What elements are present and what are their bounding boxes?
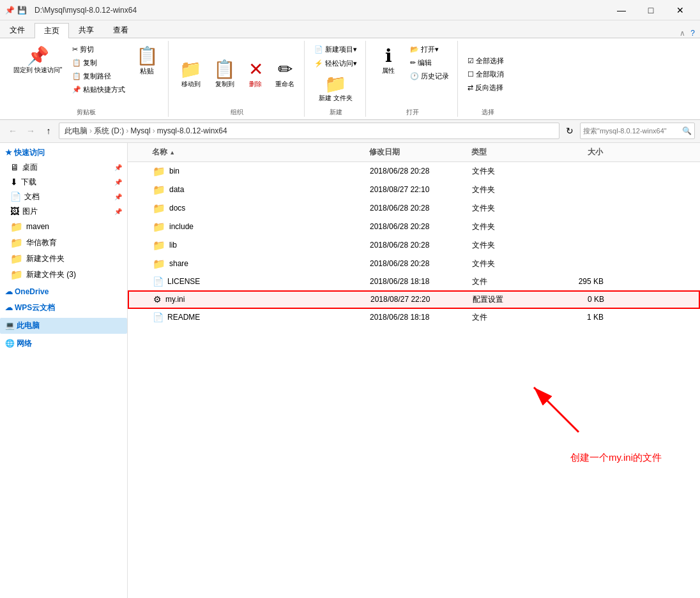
delete-button[interactable]: ✕ 删除 (243, 57, 268, 92)
sidebar-header-onedrive[interactable]: ☁ OneDrive (0, 285, 127, 298)
file-row-data[interactable]: 📁 data 2018/08/27 22:10 文件夹 (128, 181, 700, 199)
breadcrumb-item-d[interactable]: 系统 (D:) (94, 126, 124, 137)
properties-icon: ℹ (385, 47, 392, 66)
file-row-docs[interactable]: 📁 docs 2018/06/28 20:28 文件夹 (128, 199, 700, 218)
ribbon-group-open: ℹ 属性 📂 打开▾ ✏ 编辑 🕐 历史记录 打开 (367, 41, 458, 117)
sidebar-header-mypc[interactable]: 💻 此电脑 (0, 318, 127, 334)
sidebar-item-maven[interactable]: 📁 maven (0, 219, 127, 235)
help-icon[interactable]: ? (690, 29, 695, 38)
sidebar-item-newfolder3[interactable]: 📁 新建文件夹 (3) (0, 267, 127, 283)
ribbon-expand-icon[interactable]: ∧ (680, 29, 685, 38)
copy-button[interactable]: 📋 复制 (69, 57, 128, 69)
license-date: 2018/06/28 18:18 (365, 276, 467, 287)
forward-button[interactable]: → (23, 123, 38, 138)
history-button[interactable]: 🕐 历史记录 (407, 70, 452, 82)
tab-share[interactable]: 共享 (69, 22, 103, 38)
pin-to-quick-button[interactable]: 📌 固定到 快速访问" (9, 43, 66, 77)
svg-line-1 (534, 387, 579, 432)
open-icon: 📂 (410, 45, 419, 54)
col-header-size[interactable]: 大小 (549, 146, 613, 159)
move-to-button[interactable]: 📁 移动到 (175, 57, 206, 92)
file-row-bin[interactable]: 📁 bin 2018/06/28 20:28 文件夹 (128, 162, 700, 181)
maven-label: maven (26, 222, 49, 231)
bin-folder-icon: 📁 (153, 165, 165, 177)
bin-size (550, 170, 614, 172)
pin-large-icon: 📌 (27, 47, 49, 66)
up-button[interactable]: ↑ (41, 123, 56, 138)
sidebar-header-quickaccess[interactable]: ★ 快速访问 (0, 146, 127, 160)
tab-home[interactable]: 主页 (34, 23, 69, 38)
ribbon-group-new: 📄 新建项目▾ ⚡ 轻松访问▾ 📁 新建 文件夹 新建 (306, 41, 366, 117)
paste-button[interactable]: 📋 粘贴 (131, 43, 163, 79)
search-input[interactable] (583, 127, 682, 135)
lib-folder-icon: 📁 (153, 239, 165, 251)
col-header-name[interactable]: 名称 ▲ (147, 146, 364, 159)
copy-to-button[interactable]: 📋 复制到 (209, 57, 240, 92)
paste-shortcut-icon: 📌 (72, 86, 81, 94)
paste-shortcut-button[interactable]: 📌 粘贴快捷方式 (69, 84, 128, 96)
close-button[interactable]: ✕ (666, 0, 695, 20)
share-name: share (169, 259, 188, 268)
col-header-date[interactable]: 修改日期 (364, 146, 466, 159)
quickaccess-label: 快速访问 (14, 147, 45, 158)
breadcrumb-item-pc[interactable]: 此电脑 (65, 126, 88, 137)
breadcrumb[interactable]: 此电脑 › 系统 (D:) › Mysql › mysql-8.0.12-win… (59, 123, 559, 139)
lib-date: 2018/06/28 20:28 (365, 240, 467, 250)
newfolder3-label: 新建文件夹 (3) (26, 269, 76, 280)
huaxin-label: 华信教育 (26, 237, 57, 248)
col-header-type[interactable]: 类型 (466, 146, 549, 159)
titlebar-icons: 📌 💾 D:\Mysql\mysql-8.0.12-winx64 (5, 6, 137, 15)
include-type: 文件夹 (467, 221, 550, 233)
file-row-include[interactable]: 📁 include 2018/06/28 20:28 文件夹 (128, 218, 700, 236)
onedrive-icon: ☁ (5, 287, 13, 296)
file-row-readme[interactable]: 📄 README 2018/06/28 18:18 文件 1 KB (128, 309, 700, 326)
properties-button[interactable]: ℹ 属性 (372, 43, 404, 78)
new-item-icon: 📄 (314, 45, 323, 54)
desktop-icon: 🖥 (10, 162, 19, 172)
network-icon: 🌐 (5, 339, 15, 348)
maximize-button[interactable]: □ (636, 0, 666, 20)
sidebar-item-pictures[interactable]: 🖼 图片 📌 (0, 204, 127, 219)
invert-selection-button[interactable]: ⇄ 反向选择 (464, 82, 506, 94)
include-size (550, 226, 614, 227)
sidebar-item-documents[interactable]: 📄 文档 📌 (0, 190, 127, 204)
new-item-button[interactable]: 📄 新建项目▾ (311, 43, 360, 56)
sidebar-header-wps[interactable]: ☁ WPS云文档 (0, 301, 127, 315)
sidebar-item-downloads[interactable]: ⬇ 下载 📌 (0, 175, 127, 190)
docs-name: docs (169, 204, 185, 213)
sidebar-item-desktop[interactable]: 🖥 桌面 📌 (0, 160, 127, 175)
refresh-button[interactable]: ↻ (562, 123, 577, 138)
file-row-license[interactable]: 📄 LICENSE 2018/06/28 18:18 文件 295 KB (128, 273, 700, 290)
open-button[interactable]: 📂 打开▾ (407, 43, 452, 56)
pictures-icon: 🖼 (10, 206, 19, 216)
file-area: 名称 ▲ 修改日期 类型 大小 📁 bin 2018/06/28 20:28 文… (128, 143, 700, 326)
copy-icon: 📋 (72, 59, 81, 67)
breadcrumb-sep-3: › (153, 126, 155, 135)
rename-button[interactable]: ✏ 重命名 (271, 57, 299, 92)
select-all-button[interactable]: ☑ 全部选择 (464, 55, 507, 67)
copy-path-button[interactable]: 📋 复制路径 (69, 70, 128, 82)
file-row-share[interactable]: 📁 share 2018/06/28 20:28 文件夹 (128, 255, 700, 273)
easy-access-button[interactable]: ⚡ 轻松访问▾ (311, 57, 360, 70)
readme-type: 文件 (467, 311, 550, 324)
documents-icon: 📄 (10, 191, 21, 202)
minimize-button[interactable]: — (607, 0, 636, 20)
data-name: data (169, 185, 184, 194)
back-button[interactable]: ← (5, 123, 20, 138)
tab-file[interactable]: 文件 (0, 22, 34, 38)
edit-button[interactable]: ✏ 编辑 (407, 57, 452, 69)
cut-button[interactable]: ✂ 剪切 (69, 43, 128, 56)
docs-folder-icon: 📁 (153, 202, 165, 214)
tab-view[interactable]: 查看 (103, 22, 138, 38)
breadcrumb-item-version[interactable]: mysql-8.0.12-winx64 (157, 126, 227, 135)
sidebar-header-network[interactable]: 🌐 网络 (0, 336, 127, 351)
invert-icon: ⇄ (468, 84, 473, 92)
search-box[interactable]: 🔍 (580, 123, 695, 139)
sidebar-item-huaxin[interactable]: 📁 华信教育 (0, 235, 127, 251)
sidebar-item-newfolder1[interactable]: 📁 新建文件夹 (0, 251, 127, 267)
new-folder-button[interactable]: 📁 新建 文件夹 (314, 71, 357, 105)
file-row-myini[interactable]: ⚙ my.ini 2018/08/27 22:20 配置设置 0 KB (128, 290, 700, 309)
file-row-lib[interactable]: 📁 lib 2018/06/28 20:28 文件夹 (128, 236, 700, 255)
breadcrumb-item-mysql[interactable]: Mysql (130, 126, 150, 135)
deselect-all-button[interactable]: ☐ 全部取消 (464, 68, 507, 80)
